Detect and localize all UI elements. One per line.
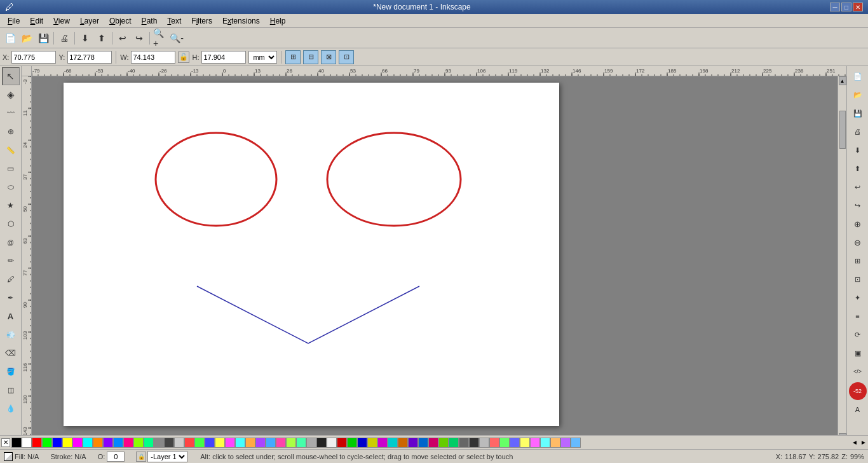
- transform-btn-2[interactable]: ⊟: [303, 50, 318, 64]
- tweak-tool-button[interactable]: 〰: [2, 104, 20, 122]
- import-button[interactable]: ⬇: [78, 31, 93, 46]
- x-input[interactable]: [11, 51, 56, 64]
- no-fill-swatch[interactable]: ✕: [1, 438, 10, 447]
- save-button[interactable]: 💾: [36, 31, 51, 46]
- menu-help[interactable]: Help: [265, 15, 291, 27]
- ellipse-right[interactable]: [327, 133, 461, 226]
- menu-extensions[interactable]: Extensions: [217, 15, 265, 27]
- color-swatch[interactable]: [113, 438, 123, 448]
- color-swatch[interactable]: [255, 438, 266, 448]
- fill-rp-button[interactable]: ▣: [849, 344, 867, 362]
- h-input[interactable]: [201, 51, 246, 64]
- color-swatch[interactable]: [530, 438, 540, 448]
- color-swatch[interactable]: [235, 438, 245, 448]
- color-swatch[interactable]: [469, 438, 479, 448]
- vscroll-down-button[interactable]: ▼: [839, 433, 846, 435]
- open-rp-button[interactable]: 📂: [849, 86, 867, 104]
- new-doc-button[interactable]: 📄: [3, 31, 18, 46]
- color-swatch[interactable]: [408, 438, 418, 448]
- color-swatch[interactable]: [276, 438, 286, 448]
- text-tool-button[interactable]: A: [2, 307, 20, 325]
- color-swatch[interactable]: [205, 438, 215, 448]
- color-swatch[interactable]: [388, 438, 398, 448]
- y-input[interactable]: [67, 51, 112, 64]
- palette-scroll-left[interactable]: ◄: [850, 439, 859, 446]
- color-swatch[interactable]: [560, 438, 571, 448]
- color-swatch[interactable]: [428, 438, 438, 448]
- color-swatch[interactable]: [164, 438, 174, 448]
- rect-tool-button[interactable]: ▭: [2, 160, 20, 177]
- color-swatch[interactable]: [32, 438, 42, 448]
- color-swatch[interactable]: [306, 438, 316, 448]
- undo-rp-button[interactable]: ↩: [849, 178, 867, 196]
- color-swatch[interactable]: [83, 438, 93, 448]
- color-swatch[interactable]: [459, 438, 469, 448]
- palette-scroll-right[interactable]: ►: [859, 439, 868, 446]
- measure-tool-button[interactable]: 📏: [2, 141, 20, 159]
- color-swatch[interactable]: [489, 438, 499, 448]
- zoom-tool-button[interactable]: ⊕: [2, 123, 20, 141]
- transform-btn-1[interactable]: ⊞: [285, 50, 301, 64]
- fill-color-indicator[interactable]: [4, 452, 13, 461]
- vscroll-track[interactable]: [839, 85, 846, 433]
- color-swatch[interactable]: [357, 438, 367, 448]
- color-swatch[interactable]: [520, 438, 530, 448]
- menu-view[interactable]: View: [48, 15, 75, 27]
- zoom-fit-rp-button[interactable]: ⊞: [849, 252, 867, 270]
- save-rp-button[interactable]: 💾: [849, 104, 867, 122]
- transform-rp-button[interactable]: ⟳: [849, 326, 867, 343]
- color-swatch[interactable]: [418, 438, 428, 448]
- pen-tool-button[interactable]: 🖊: [2, 270, 20, 288]
- menu-layer[interactable]: Layer: [75, 15, 104, 27]
- minimize-button[interactable]: ─: [830, 3, 840, 11]
- color-swatch[interactable]: [154, 438, 164, 448]
- color-swatch[interactable]: [42, 438, 52, 448]
- menu-edit[interactable]: Edit: [25, 15, 48, 27]
- color-swatch[interactable]: [133, 438, 144, 448]
- color-swatch[interactable]: [479, 438, 489, 448]
- color-swatch[interactable]: [347, 438, 357, 448]
- color-swatch[interactable]: [377, 438, 388, 448]
- star-tool-button[interactable]: ★: [2, 197, 20, 214]
- redo-rp-button[interactable]: ↪: [849, 197, 867, 214]
- pencil-tool-button[interactable]: ✏: [2, 252, 20, 270]
- color-swatch[interactable]: [225, 438, 235, 448]
- color-swatch[interactable]: [550, 438, 560, 448]
- gradient-tool-button[interactable]: ◫: [2, 381, 20, 399]
- color-swatch[interactable]: [316, 438, 327, 448]
- color-swatch[interactable]: [22, 438, 32, 448]
- color-swatch[interactable]: [438, 438, 449, 448]
- color-swatch[interactable]: [103, 438, 113, 448]
- color-swatch[interactable]: [510, 438, 520, 448]
- lock-aspect-button[interactable]: 🔓: [178, 52, 189, 63]
- menu-filters[interactable]: Filters: [186, 15, 217, 27]
- redo-button[interactable]: ↪: [132, 31, 147, 46]
- ellipse-left[interactable]: [156, 133, 276, 226]
- color-swatch[interactable]: [72, 438, 83, 448]
- dropper-tool-button[interactable]: 💧: [2, 399, 20, 417]
- maximize-button[interactable]: □: [841, 3, 851, 11]
- menu-text[interactable]: Text: [162, 15, 186, 27]
- color-swatch[interactable]: [571, 438, 581, 448]
- align-rp-button[interactable]: ≡: [849, 307, 867, 325]
- vscroll-up-button[interactable]: ▲: [839, 76, 846, 85]
- spiral-tool-button[interactable]: @: [2, 233, 20, 251]
- color-swatch[interactable]: [337, 438, 347, 448]
- extra-rp-button[interactable]: A: [849, 401, 867, 418]
- open-button[interactable]: 📂: [19, 31, 34, 46]
- xml-rp-button[interactable]: </>: [849, 363, 867, 380]
- spray-tool-button[interactable]: 💨: [2, 326, 20, 343]
- calligraphy-tool-button[interactable]: ✒: [2, 289, 20, 307]
- ellipse-tool-button[interactable]: ⬭: [2, 178, 20, 196]
- v-shape-path[interactable]: [197, 286, 419, 343]
- print-button[interactable]: 🖨: [57, 31, 72, 46]
- color-swatch[interactable]: [215, 438, 225, 448]
- color-swatch[interactable]: [398, 438, 408, 448]
- zoom-out-button[interactable]: 🔍-: [169, 31, 184, 46]
- eraser-tool-button[interactable]: ⌫: [2, 344, 20, 362]
- color-swatch[interactable]: [174, 438, 184, 448]
- unit-select[interactable]: mmpxincm: [248, 51, 277, 64]
- color-swatch[interactable]: [93, 438, 103, 448]
- color-swatch[interactable]: [184, 438, 194, 448]
- export-rp-button[interactable]: ⬆: [849, 160, 867, 177]
